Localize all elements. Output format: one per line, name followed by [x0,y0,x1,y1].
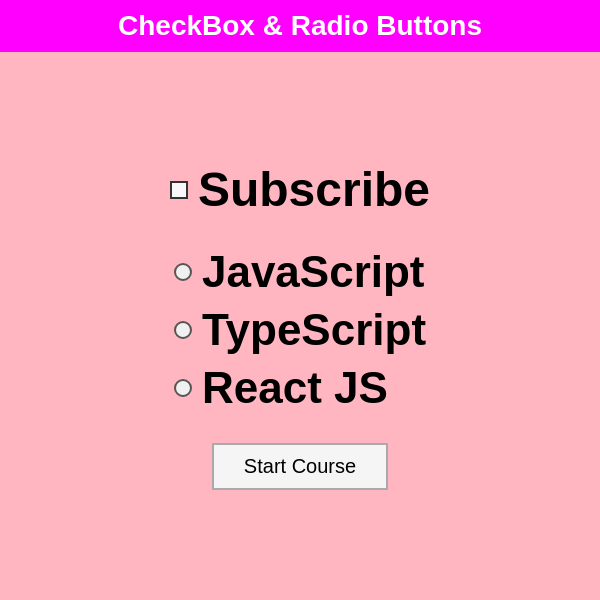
radio-row-reactjs: React JS [174,363,426,413]
start-course-button[interactable]: Start Course [212,443,388,490]
radio-reactjs[interactable] [174,379,192,397]
subscribe-row: Subscribe [170,162,430,217]
radio-javascript[interactable] [174,263,192,281]
radio-row-typescript: TypeScript [174,305,426,355]
radio-label-typescript: TypeScript [202,305,426,355]
app-container: CheckBox & Radio Buttons Subscribe JavaS… [0,0,600,600]
radio-group: JavaScript TypeScript React JS [174,247,426,413]
header: CheckBox & Radio Buttons [0,0,600,52]
radio-row-javascript: JavaScript [174,247,426,297]
page-title: CheckBox & Radio Buttons [118,10,482,42]
radio-label-reactjs: React JS [202,363,388,413]
radio-label-javascript: JavaScript [202,247,425,297]
radio-typescript[interactable] [174,321,192,339]
subscribe-label: Subscribe [198,162,430,217]
main-content: Subscribe JavaScript TypeScript React JS… [0,52,600,600]
subscribe-checkbox[interactable] [170,181,188,199]
